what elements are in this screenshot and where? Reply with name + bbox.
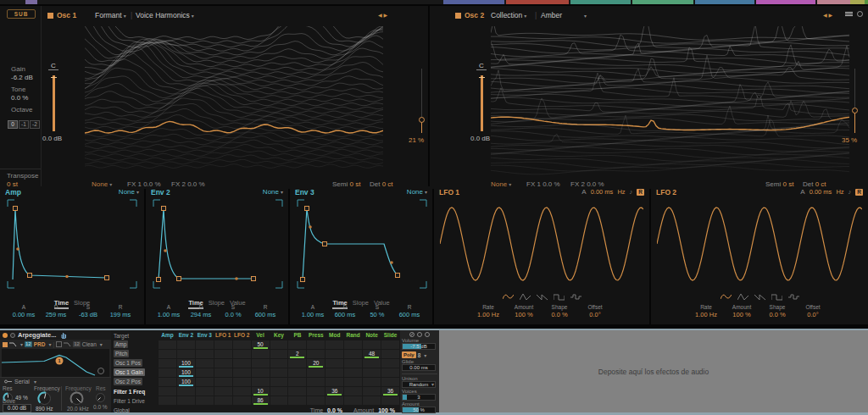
osc1-category-select[interactable]: Formant▾ xyxy=(95,11,126,19)
matrix-cell[interactable] xyxy=(307,396,325,405)
amount-value[interactable]: 100 % xyxy=(724,311,760,318)
matrix-row-label[interactable]: Osc 1 Gain xyxy=(111,368,159,377)
matrix-cell[interactable] xyxy=(196,350,214,358)
env2-routing-select[interactable]: None▾ xyxy=(263,188,283,196)
sustain-value[interactable]: 0.0 % xyxy=(217,311,249,318)
osc1-position-value[interactable]: 21 % xyxy=(409,136,424,144)
matrix-cell[interactable] xyxy=(288,378,306,386)
envelope-handle[interactable] xyxy=(177,277,181,281)
offset-value[interactable]: 0.0° xyxy=(577,311,613,318)
saw-shape-icon[interactable] xyxy=(754,293,765,301)
lowpass-filter-icon[interactable] xyxy=(9,341,17,347)
matrix-cell[interactable]: 2 xyxy=(288,350,306,358)
unison-voices-value[interactable]: 3 xyxy=(402,394,436,401)
midi-view-icon[interactable] xyxy=(417,332,422,337)
octave-minus2-button[interactable]: -2 xyxy=(30,120,40,129)
env3-envelope-display[interactable] xyxy=(296,198,428,290)
matrix-row-label[interactable]: Filter 1 Drive xyxy=(111,398,159,404)
matrix-cell[interactable] xyxy=(307,340,325,349)
matrix-cell[interactable] xyxy=(252,350,270,358)
matrix-cell[interactable] xyxy=(252,368,270,377)
matrix-column-header[interactable]: LFO 2 xyxy=(233,331,251,340)
matrix-cell[interactable] xyxy=(307,378,325,386)
matrix-cell[interactable] xyxy=(344,340,362,349)
lfo1-waveform-display[interactable] xyxy=(440,198,643,290)
slope-handle[interactable] xyxy=(235,277,238,280)
random-shape-icon[interactable] xyxy=(570,293,581,301)
envelope-handle[interactable] xyxy=(162,207,166,211)
filter-curve-display[interactable]: 1 xyxy=(2,349,109,377)
rate-value[interactable]: 1.00 Hz xyxy=(470,311,506,318)
slope-handle[interactable] xyxy=(164,249,167,252)
matrix-cell[interactable]: 100 xyxy=(177,359,195,368)
matrix-column-header[interactable]: Amp xyxy=(159,331,176,340)
matrix-cell[interactable] xyxy=(159,378,176,386)
matrix-cell[interactable] xyxy=(159,368,176,377)
matrix-cell[interactable]: 48 xyxy=(363,350,381,358)
matrix-cell[interactable] xyxy=(381,368,399,377)
osc2-activator-checkbox[interactable] xyxy=(455,13,461,19)
voice-count-select[interactable]: 8 xyxy=(418,352,421,358)
matrix-cell[interactable] xyxy=(307,350,325,358)
envelope-handle[interactable] xyxy=(28,274,32,278)
device-title-bar[interactable]: Arpeggiate... xyxy=(0,330,111,340)
matrix-cell[interactable] xyxy=(196,378,214,386)
envelope-handle[interactable] xyxy=(301,278,305,282)
matrix-cell[interactable] xyxy=(177,396,195,405)
lfo1-sync-mode[interactable]: Hz xyxy=(617,188,625,196)
matrix-cell[interactable]: 100 xyxy=(177,378,195,386)
osc1-wavetable-prev-next-arrows[interactable]: ◀▶ xyxy=(378,12,389,18)
rate-value[interactable]: 1.00 Hz xyxy=(688,311,724,318)
matrix-cell[interactable] xyxy=(270,368,288,377)
release-value[interactable]: 600 ms xyxy=(393,311,426,318)
amp-routing-select[interactable]: None▾ xyxy=(119,188,139,196)
osc2-category-select[interactable]: Collection▾ xyxy=(491,11,526,19)
filter2-circuit-select[interactable]: Clean xyxy=(82,341,97,347)
matrix-cell[interactable] xyxy=(288,368,306,377)
matrix-column-header[interactable]: Vel xyxy=(252,331,270,340)
lfo1-attack-value[interactable]: 0.00 ms xyxy=(591,188,614,196)
matrix-cell[interactable] xyxy=(159,340,176,349)
matrix-cell[interactable] xyxy=(363,368,381,377)
matrix-cell[interactable] xyxy=(252,378,270,386)
matrix-column-header[interactable]: Key xyxy=(270,331,288,340)
matrix-cell[interactable] xyxy=(177,387,195,396)
release-value[interactable]: 199 ms xyxy=(104,311,136,318)
osc2-position-slider-handle[interactable] xyxy=(852,108,858,113)
matrix-cell[interactable] xyxy=(381,340,399,349)
attack-value[interactable]: 1.00 ms xyxy=(153,311,185,318)
matrix-column-header[interactable]: PB xyxy=(288,331,306,340)
osc2-position-value[interactable]: 35 % xyxy=(842,136,857,144)
env3-routing-select[interactable]: None▾ xyxy=(407,188,427,196)
envelope-handle[interactable] xyxy=(252,277,256,281)
matrix-row-label[interactable]: Pitch xyxy=(111,350,159,358)
sine-shape-icon[interactable] xyxy=(503,293,514,301)
envelope-handle[interactable] xyxy=(305,207,309,211)
matrix-cell[interactable] xyxy=(344,350,362,358)
matrix-cell[interactable] xyxy=(214,387,232,396)
matrix-cell[interactable] xyxy=(214,340,232,349)
matrix-amount-value[interactable]: 100 % xyxy=(378,407,395,413)
matrix-time-value[interactable]: 0.0 % xyxy=(327,407,342,413)
matrix-cell[interactable] xyxy=(363,378,381,386)
triangle-shape-icon[interactable] xyxy=(520,293,531,301)
matrix-cell[interactable] xyxy=(270,359,288,368)
matrix-cell[interactable] xyxy=(214,378,232,386)
matrix-cell[interactable] xyxy=(307,368,325,377)
matrix-cell[interactable] xyxy=(233,387,251,396)
shape-value[interactable]: 0.0 % xyxy=(542,311,577,318)
matrix-cell[interactable] xyxy=(196,368,214,377)
unison-amount-slider[interactable]: 50 % xyxy=(402,407,436,413)
sustain-value[interactable]: -63 dB xyxy=(72,311,104,318)
envelope-handle[interactable] xyxy=(105,276,109,280)
matrix-column-header[interactable]: Press xyxy=(307,331,325,340)
shape-value[interactable]: 0.0 % xyxy=(760,311,795,318)
matrix-cell[interactable] xyxy=(159,350,176,358)
lowpass-filter-icon[interactable] xyxy=(64,341,71,347)
matrix-cell[interactable] xyxy=(233,350,251,358)
osc2-gain-slider-handle[interactable] xyxy=(479,77,485,78)
osc1-wavetable-display[interactable] xyxy=(85,26,383,177)
decay-value[interactable]: 294 ms xyxy=(185,311,217,318)
filter1-frequency-knob[interactable] xyxy=(37,391,52,406)
matrix-cell[interactable] xyxy=(177,340,195,349)
